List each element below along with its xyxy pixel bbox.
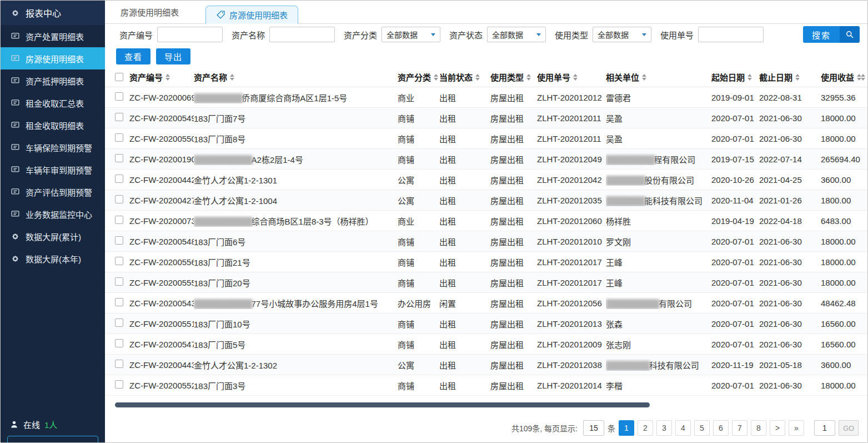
row-checkbox[interactable] xyxy=(115,277,123,286)
cell-party: 李楷 xyxy=(606,380,711,391)
next-page-button[interactable]: > xyxy=(770,420,785,436)
row-checkbox[interactable] xyxy=(115,339,123,347)
go-button[interactable]: GO xyxy=(839,420,859,436)
table-row[interactable]: ZC-FW-20200069██████████侨商厦综合商场A区1层1-5号商… xyxy=(105,87,867,108)
table-row[interactable]: ZC-FW-20200548183厂门面6号商铺出租房屋出租ZLHT-20201… xyxy=(105,231,867,252)
row-checkbox[interactable] xyxy=(115,92,123,101)
cell-income: 1800.00 xyxy=(821,196,861,205)
sort-icon[interactable] xyxy=(642,74,646,81)
table-row[interactable]: ZC-FW-20200552183厂门面3号商铺出租房屋出租ZLHT-20201… xyxy=(105,375,867,396)
sidebar-item[interactable]: 车辆年审到期预警 xyxy=(1,158,105,181)
filter-label: 使用单号 xyxy=(660,29,694,41)
column-header[interactable]: 资产分类 xyxy=(398,71,439,83)
sort-icon[interactable] xyxy=(526,74,531,81)
scrollbar-thumb[interactable] xyxy=(115,402,650,407)
sidebar-item[interactable]: 资产处置明细表 xyxy=(1,25,105,47)
column-header-label: 使用收益 xyxy=(821,71,854,83)
sidebar-menu: 资产处置明细表房源使用明细表资产抵押明细表租金收取汇总表租金收取明细表车辆保险到… xyxy=(1,25,105,270)
column-header[interactable]: 起始日期 xyxy=(711,71,759,83)
export-button[interactable]: 导出 xyxy=(156,48,190,64)
row-checkbox[interactable] xyxy=(115,298,123,306)
page-button[interactable]: 7 xyxy=(732,420,747,436)
column-header[interactable]: 资产编号 xyxy=(129,71,194,83)
search-button[interactable]: 搜索 xyxy=(803,26,860,43)
column-header[interactable]: 使用单号 xyxy=(537,71,606,83)
sort-icon[interactable] xyxy=(434,74,438,81)
table-row[interactable]: ZC-FW-20200547183厂门面5号商铺出租房屋出租ZLHT-20201… xyxy=(105,334,867,355)
column-header[interactable]: 资产名称 xyxy=(194,71,398,83)
report-icon xyxy=(11,187,20,197)
sidebar-item[interactable]: 租金收取明细表 xyxy=(1,114,105,136)
row-checkbox[interactable] xyxy=(115,257,123,265)
sidebar-item[interactable]: 资产抵押明细表 xyxy=(1,69,105,92)
horizontal-scrollbar[interactable] xyxy=(115,402,857,407)
table-row[interactable]: ZC-FW-20200190████████████A2栋2层1-4号商铺出租房… xyxy=(105,149,867,170)
table-row[interactable]: ZC-FW-20200427金竹人才公寓1-2-1004公寓出租房屋出租ZLHT… xyxy=(105,190,867,211)
sidebar-item[interactable]: 数据大屏(累计) xyxy=(1,225,105,247)
column-header-cutoff[interactable] xyxy=(861,74,868,81)
filter-input[interactable] xyxy=(269,27,335,42)
row-checkbox[interactable] xyxy=(115,133,123,142)
column-header[interactable]: 截止日期 xyxy=(759,71,821,83)
sort-icon[interactable] xyxy=(861,74,865,81)
tab-active[interactable]: 房源使用明细表 xyxy=(205,6,298,24)
view-button[interactable]: 查看 xyxy=(116,48,150,64)
table-row[interactable]: ZC-FW-20200443金竹人才公寓1-2-1302公寓出租房屋出租ZLHT… xyxy=(105,355,867,375)
page-button[interactable]: 8 xyxy=(751,420,766,436)
column-header[interactable]: 相关单位 xyxy=(606,71,711,83)
sort-icon[interactable] xyxy=(857,74,861,81)
page-button[interactable]: 2 xyxy=(638,420,653,436)
select-all-checkbox[interactable] xyxy=(115,73,123,81)
sort-icon[interactable] xyxy=(795,74,800,81)
sort-icon[interactable] xyxy=(230,74,234,81)
filter-select[interactable]: 全部数据 xyxy=(487,27,546,42)
tag-icon xyxy=(216,10,225,19)
sidebar-header[interactable]: 报表中心 xyxy=(1,1,105,25)
page-button[interactable]: 3 xyxy=(656,420,672,436)
column-header[interactable]: 当前状态 xyxy=(439,71,490,83)
cell-income: 16560.00 xyxy=(821,319,861,328)
filter-select[interactable]: 全部数据 xyxy=(593,27,651,42)
page-button[interactable]: 5 xyxy=(694,420,710,436)
column-header[interactable]: 使用收益 xyxy=(821,71,861,83)
sort-icon[interactable] xyxy=(165,74,170,81)
row-checkbox[interactable] xyxy=(115,360,123,368)
row-checkbox[interactable] xyxy=(115,154,123,162)
table-row[interactable]: ZC-FW-20200543████████████77号小城故事办公服务用房4… xyxy=(105,293,867,313)
row-checkbox[interactable] xyxy=(115,175,123,183)
column-header[interactable]: 使用类型 xyxy=(490,71,537,83)
row-checkbox[interactable] xyxy=(115,318,123,327)
row-checkbox[interactable] xyxy=(115,236,123,245)
table-row[interactable]: ZC-FW-20200442金竹人才公寓1-2-1301公寓出租房屋出租ZLHT… xyxy=(105,170,867,190)
page-button[interactable]: 4 xyxy=(675,420,691,436)
sidebar-item[interactable]: 资产评估到期预警 xyxy=(1,181,105,203)
cell-category: 商铺 xyxy=(398,339,439,350)
row-checkbox[interactable] xyxy=(115,216,123,224)
last-page-button[interactable]: » xyxy=(789,420,804,436)
row-checkbox[interactable] xyxy=(115,380,123,389)
page-button[interactable]: 6 xyxy=(713,420,729,436)
sidebar-item[interactable]: 数据大屏(本年) xyxy=(1,247,105,270)
table-row[interactable]: ZC-FW-20200555183厂门面20号商铺出租房屋出租ZLHT-2020… xyxy=(105,272,867,293)
table-row[interactable]: ZC-FW-20200551183厂门面10号商铺出租房屋出租ZLHT-2020… xyxy=(105,313,867,334)
filter-input[interactable] xyxy=(698,27,764,42)
sort-icon[interactable] xyxy=(573,74,578,81)
table-row[interactable]: ZC-FW-20200549183厂门面7号商铺出租房屋出租ZLHT-20201… xyxy=(105,108,867,128)
filter-input[interactable] xyxy=(157,27,223,42)
sidebar-item[interactable]: 租金收取汇总表 xyxy=(1,92,105,114)
table-row[interactable]: ZC-FW-20200550183厂门面8号商铺出租房屋出租ZLHT-20201… xyxy=(105,128,867,149)
goto-page-input[interactable] xyxy=(814,420,835,436)
sort-icon[interactable] xyxy=(475,74,480,81)
sidebar-item[interactable]: 房源使用明细表 xyxy=(1,47,105,69)
table-row[interactable]: ZC-FW-20200073████████████综合商场B区1层8-3号（杨… xyxy=(105,211,867,231)
row-checkbox[interactable] xyxy=(115,113,123,121)
row-checkbox[interactable] xyxy=(115,195,123,203)
sidebar-item[interactable]: 业务数据监控中心 xyxy=(1,203,105,225)
filter-select[interactable]: 全部数据 xyxy=(382,27,440,42)
page-size-input[interactable] xyxy=(583,420,604,436)
sort-icon[interactable] xyxy=(747,74,752,81)
page-button[interactable]: 1 xyxy=(619,420,634,436)
table-row[interactable]: ZC-FW-20200556183厂门面21号商铺出租房屋出租ZLHT-2020… xyxy=(105,252,867,272)
sidebar-item-label: 资产处置明细表 xyxy=(26,31,84,42)
sidebar-item[interactable]: 车辆保险到期预警 xyxy=(1,136,105,158)
